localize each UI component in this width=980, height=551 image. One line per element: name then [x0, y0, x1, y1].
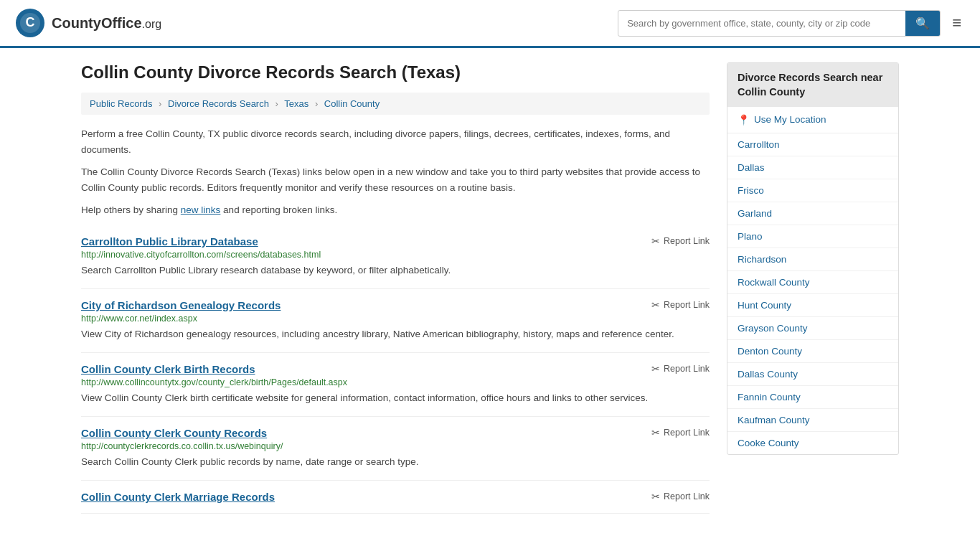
- record-item-header: Collin County Clerk Birth Records ✂ Repo…: [81, 363, 710, 375]
- logo-suffix: .org: [142, 18, 162, 30]
- sidebar-title: Divorce Records Search near Collin Count…: [727, 63, 898, 107]
- header-right: 🔍 ≡: [618, 9, 966, 37]
- breadcrumb-divorce-records[interactable]: Divorce Records Search: [168, 98, 269, 109]
- pin-icon: 📍: [738, 114, 750, 126]
- intro-paragraph-1: Perform a free Collin County, TX public …: [81, 126, 710, 157]
- logo-name: CountyOffice: [52, 15, 142, 31]
- sidebar-link-9[interactable]: Denton County: [727, 340, 898, 363]
- report-link-button-4[interactable]: ✂ Report Link: [651, 491, 710, 502]
- new-links-link[interactable]: new links: [181, 204, 221, 215]
- report-icon-1: ✂: [651, 299, 660, 311]
- record-url-3[interactable]: http://countyclerkrecords.co.collin.tx.u…: [81, 441, 710, 451]
- header: C CountyOffice.org 🔍 ≡: [0, 0, 980, 48]
- sidebar-box: Divorce Records Search near Collin Count…: [727, 62, 899, 455]
- record-desc-3: Search Collin County Clerk public record…: [81, 455, 710, 470]
- search-input[interactable]: [618, 12, 905, 34]
- sidebar-link-7[interactable]: Hunt County: [727, 294, 898, 317]
- record-item: Collin County Clerk County Records ✂ Rep…: [81, 417, 710, 481]
- intro-paragraph-2: The Collin County Divorce Records Search…: [81, 164, 710, 195]
- report-icon-0: ✂: [651, 235, 660, 247]
- menu-icon[interactable]: ≡: [948, 9, 966, 37]
- record-title-0[interactable]: Carrollton Public Library Database: [81, 235, 258, 248]
- sidebar-link-13[interactable]: Cooke County: [727, 432, 898, 454]
- record-url-1[interactable]: http://www.cor.net/index.aspx: [81, 314, 710, 324]
- content-area: Collin County Divorce Records Search (Te…: [81, 62, 710, 514]
- record-item: Carrollton Public Library Database ✂ Rep…: [81, 225, 710, 289]
- record-item-header: Collin County Clerk County Records ✂ Rep…: [81, 427, 710, 439]
- record-desc-1: View City of Richardson genealogy resour…: [81, 327, 710, 342]
- use-location-label: Use My Location: [754, 114, 826, 125]
- record-desc-0: Search Carrollton Public Library researc…: [81, 263, 710, 278]
- sidebar-link-12[interactable]: Kaufman County: [727, 409, 898, 432]
- report-link-button-1[interactable]: ✂ Report Link: [651, 299, 710, 311]
- breadcrumb-public-records[interactable]: Public Records: [90, 98, 152, 109]
- record-desc-2: View Collin County Clerk birth certifica…: [81, 391, 710, 406]
- report-link-button-0[interactable]: ✂ Report Link: [651, 235, 710, 247]
- sidebar-link-11[interactable]: Fannin County: [727, 386, 898, 409]
- sidebar-link-6[interactable]: Rockwall County: [727, 271, 898, 294]
- logo-text: CountyOffice.org: [52, 15, 161, 32]
- sidebar-link-4[interactable]: Plano: [727, 225, 898, 248]
- logo-icon: C: [14, 7, 46, 39]
- logo-area: C CountyOffice.org: [14, 7, 161, 39]
- record-title-4[interactable]: Collin County Clerk Marriage Records: [81, 491, 275, 503]
- sidebar-link-1[interactable]: Dallas: [727, 156, 898, 179]
- breadcrumb: Public Records › Divorce Records Search …: [81, 93, 710, 115]
- breadcrumb-collin-county[interactable]: Collin County: [324, 98, 380, 109]
- sidebar-link-5[interactable]: Richardson: [727, 248, 898, 271]
- record-title-1[interactable]: City of Richardson Genealogy Records: [81, 299, 281, 311]
- record-title-3[interactable]: Collin County Clerk County Records: [81, 427, 267, 439]
- main-container: Collin County Divorce Records Search (Te…: [67, 48, 913, 528]
- sidebar: Divorce Records Search near Collin Count…: [727, 62, 899, 514]
- report-link-button-2[interactable]: ✂ Report Link: [651, 363, 710, 375]
- sidebar-link-2[interactable]: Frisco: [727, 179, 898, 202]
- page-title: Collin County Divorce Records Search (Te…: [81, 62, 710, 83]
- search-bar: 🔍: [618, 10, 941, 37]
- report-icon-3: ✂: [651, 427, 660, 438]
- record-item: Collin County Clerk Marriage Records ✂ R…: [81, 481, 710, 514]
- breadcrumb-texas[interactable]: Texas: [284, 98, 308, 109]
- intro-paragraph-3: Help others by sharing new links and rep…: [81, 202, 710, 218]
- sidebar-link-10[interactable]: Dallas County: [727, 363, 898, 386]
- search-button[interactable]: 🔍: [905, 11, 940, 36]
- record-item: City of Richardson Genealogy Records ✂ R…: [81, 289, 710, 353]
- sidebar-link-3[interactable]: Garland: [727, 202, 898, 225]
- record-item-header: Carrollton Public Library Database ✂ Rep…: [81, 235, 710, 248]
- svg-text:C: C: [26, 15, 35, 29]
- sidebar-link-0[interactable]: Carrollton: [727, 133, 898, 156]
- record-url-2[interactable]: http://www.collincountytx.gov/county_cle…: [81, 377, 710, 387]
- use-location-button[interactable]: 📍 Use My Location: [727, 107, 898, 133]
- report-icon-2: ✂: [651, 363, 660, 375]
- record-item-header: City of Richardson Genealogy Records ✂ R…: [81, 299, 710, 311]
- record-item: Collin County Clerk Birth Records ✂ Repo…: [81, 353, 710, 417]
- report-icon-4: ✂: [651, 491, 660, 502]
- record-item-header: Collin County Clerk Marriage Records ✂ R…: [81, 491, 710, 503]
- sidebar-link-8[interactable]: Grayson County: [727, 317, 898, 340]
- record-title-2[interactable]: Collin County Clerk Birth Records: [81, 363, 255, 375]
- sidebar-links: CarrolltonDallasFriscoGarlandPlanoRichar…: [727, 133, 898, 454]
- records-list: Carrollton Public Library Database ✂ Rep…: [81, 225, 710, 514]
- report-link-button-3[interactable]: ✂ Report Link: [651, 427, 710, 438]
- record-url-0[interactable]: http://innovative.cityofcarrollton.com/s…: [81, 250, 710, 260]
